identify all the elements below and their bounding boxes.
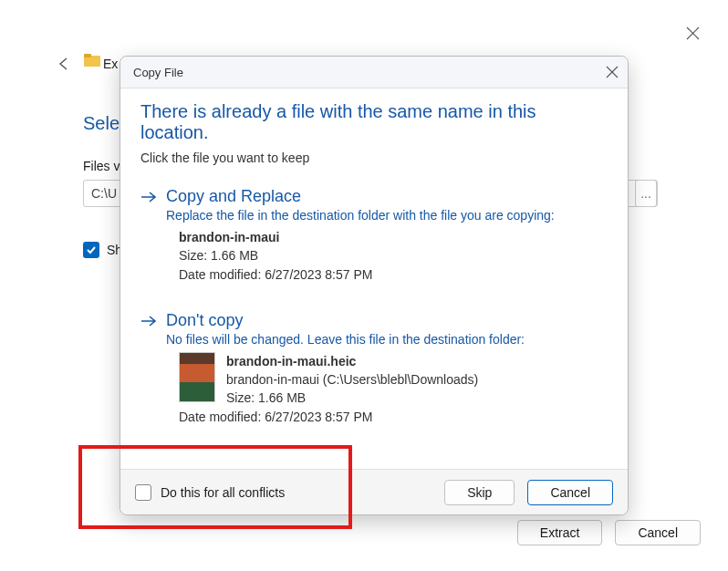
option2-desc: No files will be changed. Leave this fil… xyxy=(166,332,525,347)
option2-meta: brandon-in-maui.heic brandon-in-maui (C:… xyxy=(179,352,608,426)
option-dont-copy[interactable]: Don't copy No files will be changed. Lea… xyxy=(140,311,608,347)
dialog-titlebar: Copy File xyxy=(120,57,628,88)
dialog-footer: Do this for all conflicts Skip Cancel xyxy=(120,469,628,514)
dialog-close-button[interactable] xyxy=(606,66,619,78)
dialog-cancel-button[interactable]: Cancel xyxy=(527,480,613,505)
file-thumbnail xyxy=(179,352,215,402)
option1-filename: brandon-in-maui xyxy=(179,228,608,246)
skip-button[interactable]: Skip xyxy=(444,480,515,505)
folder-icon xyxy=(84,53,100,70)
show-checkbox-row[interactable]: Sh xyxy=(83,242,122,258)
all-conflicts-checkbox[interactable]: Do this for all conflicts xyxy=(135,484,285,501)
option2-modified: Date modified: 6/27/2023 8:57 PM xyxy=(179,408,608,426)
option1-modified: Date modified: 6/27/2023 8:57 PM xyxy=(179,265,608,284)
checkbox-checked-icon xyxy=(83,242,99,258)
svg-rect-3 xyxy=(84,54,91,57)
close-icon xyxy=(606,66,619,78)
copy-conflict-dialog: Copy File There is already a file with t… xyxy=(120,56,629,515)
all-conflicts-label: Do this for all conflicts xyxy=(161,485,285,500)
outer-close-button[interactable] xyxy=(685,26,701,41)
browse-button[interactable]: ... xyxy=(635,180,657,207)
window-title-fragment: Ex xyxy=(103,57,118,71)
option2-path: brandon-in-maui (C:\Users\blebl\Download… xyxy=(179,370,608,389)
conflict-headline: There is already a file with the same na… xyxy=(140,101,608,143)
outer-cancel-button[interactable]: Cancel xyxy=(615,520,701,545)
arrow-left-icon xyxy=(57,57,71,71)
option2-size: Size: 1.66 MB xyxy=(179,389,608,407)
option2-filename: brandon-in-maui.heic xyxy=(179,352,608,370)
arrow-right-icon xyxy=(140,187,159,223)
arrow-right-icon xyxy=(140,311,159,347)
files-label-fragment: Files v xyxy=(83,159,120,173)
conflict-subhead: Click the file you want to keep xyxy=(140,151,608,165)
extract-button[interactable]: Extract xyxy=(517,520,603,545)
path-text: C:\U xyxy=(91,186,117,201)
option1-title: Copy and Replace xyxy=(166,187,555,206)
option-copy-replace[interactable]: Copy and Replace Replace the file in the… xyxy=(140,187,608,223)
select-heading-fragment: Sele xyxy=(83,113,120,134)
back-button[interactable] xyxy=(57,57,71,71)
option1-desc: Replace the file in the destination fold… xyxy=(166,208,555,223)
option2-title: Don't copy xyxy=(166,311,525,330)
close-icon xyxy=(686,26,700,40)
dialog-title: Copy File xyxy=(133,66,183,79)
option1-meta: brandon-in-maui Size: 1.66 MB Date modif… xyxy=(179,228,608,284)
checkbox-unchecked-icon xyxy=(135,484,151,501)
option1-size: Size: 1.66 MB xyxy=(179,246,608,265)
